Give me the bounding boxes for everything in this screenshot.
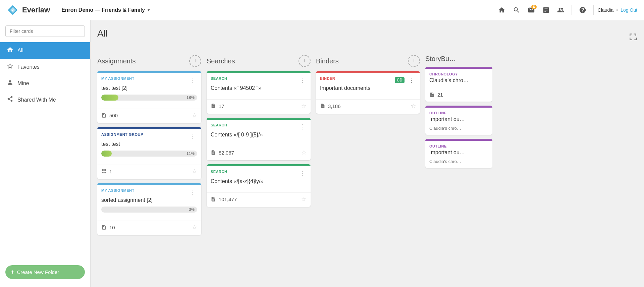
doc-count: 3,186 — [320, 103, 341, 109]
share-icon — [7, 96, 13, 104]
notifications-icon-btn[interactable]: 6 — [525, 3, 538, 17]
card-header: MY ASSIGNMENT ⋮ — [97, 185, 201, 196]
column-title-searches: Searches — [207, 57, 235, 65]
filter-cards-input[interactable] — [5, 25, 85, 37]
favorite-star[interactable]: ☆ — [192, 168, 197, 175]
add-assignment-button[interactable]: + — [189, 55, 201, 67]
favorite-star[interactable]: ☆ — [301, 102, 307, 110]
notification-badge: 6 — [531, 5, 537, 9]
card-footer: 500 ☆ — [97, 109, 201, 123]
page-title: All — [97, 28, 108, 39]
card-outline-1: OUTLINE Important ou… Claudia's chro… — [425, 106, 492, 135]
column-title-binders: Binders — [316, 57, 339, 65]
card-my-assignment-2: MY ASSIGNMENT ⋮ sorted assignment [2] 0% — [97, 183, 201, 235]
card-footer: 17 ☆ — [207, 99, 311, 114]
card-body: 11% — [97, 151, 201, 165]
card-title: Claudia's chro… — [425, 76, 492, 89]
card-header: SEARCH ⋮ — [207, 166, 311, 177]
doc-count-value: 3,186 — [328, 103, 341, 109]
card-subtitle: Claudia's chro… — [425, 126, 492, 135]
card-menu-button[interactable]: ⋮ — [298, 76, 307, 84]
card-title: Contents «/[a-z]{4}ly/» — [207, 177, 311, 192]
card-menu-button[interactable]: ⋮ — [407, 76, 416, 84]
user-area[interactable]: Claudia • Log Out — [598, 7, 637, 13]
card-footer: 1 ☆ — [97, 165, 201, 179]
card-footer: 10 ☆ — [97, 221, 201, 235]
project-selector[interactable]: Enron Demo — Friends & Family ▾ — [58, 5, 153, 15]
logo-area[interactable]: ✓ Everlaw — [7, 4, 50, 16]
expand-view-icon[interactable] — [629, 33, 637, 43]
favorite-star[interactable]: ☆ — [301, 149, 307, 156]
add-search-button[interactable]: + — [299, 55, 311, 67]
chevron-down-icon: ▾ — [148, 8, 150, 12]
home-icon-btn[interactable] — [495, 3, 508, 17]
card-footer: 3,186 ☆ — [316, 99, 420, 114]
card-title: Important ou… — [425, 148, 492, 159]
card-menu-button[interactable]: ⋮ — [189, 188, 197, 196]
document-icon — [101, 225, 107, 230]
admin-icon-btn[interactable] — [554, 3, 568, 17]
card-menu-button[interactable]: ⋮ — [189, 132, 197, 140]
svg-text:✓: ✓ — [11, 8, 14, 12]
add-binder-button[interactable]: + — [408, 55, 420, 67]
card-body: 0% — [97, 207, 201, 221]
card-type-label: BINDER — [320, 76, 335, 80]
card-type-label: SEARCH — [211, 170, 227, 174]
doc-count: 21 — [429, 92, 443, 98]
card-footer: 21 — [425, 89, 492, 102]
card-title: Important ou… — [425, 115, 492, 126]
card-title: Important documents — [316, 84, 420, 99]
home-icon — [7, 46, 13, 55]
favorite-star[interactable]: ☆ — [301, 195, 307, 203]
person-icon — [7, 79, 13, 88]
doc-count: 1 — [101, 169, 112, 174]
logout-link[interactable]: Log Out — [621, 7, 637, 13]
card-footer: 101,477 ☆ — [207, 192, 311, 207]
progress-bar: 0% — [101, 207, 197, 213]
card-type-label: MY ASSIGNMENT — [101, 188, 135, 192]
card-footer: 82,067 ☆ — [207, 146, 311, 160]
card-body: 18% — [97, 95, 201, 109]
doc-count: 17 — [211, 103, 224, 109]
column-title-storybuilder: StoryBu… — [425, 55, 456, 63]
card-menu-button[interactable]: ⋮ — [298, 123, 307, 130]
sidebar-item-shared[interactable]: Shared With Me — [0, 92, 90, 108]
content-area: All Assignments + MY ASSIGNMENT ⋮ — [91, 20, 644, 287]
card-type-label: OUTLINE — [429, 144, 447, 148]
card-header: OUTLINE — [425, 108, 492, 115]
doc-count-value: 1 — [109, 169, 112, 174]
plus-icon: + — [11, 269, 14, 276]
card-title: test test — [97, 140, 201, 151]
favorite-star[interactable]: ☆ — [192, 112, 197, 119]
card-menu-button[interactable]: ⋮ — [189, 76, 197, 84]
column-assignments: Assignments + MY ASSIGNMENT ⋮ test test … — [97, 55, 201, 239]
sidebar-shared-label: Shared With Me — [17, 97, 56, 103]
user-dot: • — [616, 7, 618, 13]
create-folder-button[interactable]: + Create New Folder — [5, 265, 85, 279]
sidebar-item-mine[interactable]: Mine — [0, 75, 90, 92]
document-icon — [211, 103, 216, 109]
card-binder-1: BINDER CD ⋮ Important documents 3,186 ☆ — [316, 71, 420, 114]
favorite-star[interactable]: ☆ — [192, 224, 197, 231]
search-icon-btn[interactable] — [510, 3, 523, 17]
card-menu-button[interactable]: ⋮ — [298, 170, 307, 177]
help-icon-btn[interactable] — [576, 3, 589, 17]
card-title: Contents «" 94502 "» — [207, 84, 311, 99]
progress-bar: 11% — [101, 151, 197, 157]
favorite-star[interactable]: ☆ — [411, 102, 416, 110]
sidebar-item-favorites[interactable]: Favorites — [0, 59, 90, 75]
card-header: OUTLINE — [425, 141, 492, 148]
filter-input-wrap — [0, 25, 90, 42]
doc-count: 101,477 — [211, 196, 237, 202]
column-header-storybuilder: StoryBu… — [425, 55, 492, 63]
header-divider-2 — [593, 5, 594, 15]
card-search-2: SEARCH ⋮ Contents «/[ 0-9 ]{5}/» 82,067 … — [207, 118, 311, 160]
doc-count-value: 10 — [109, 225, 115, 230]
progress-label: 11% — [186, 151, 195, 157]
sidebar-item-all[interactable]: All — [0, 42, 90, 59]
analytics-icon-btn[interactable] — [539, 3, 553, 17]
card-header: CHRONOLOGY — [425, 69, 492, 76]
progress-label: 0% — [189, 207, 195, 213]
card-type-label: MY ASSIGNMENT — [101, 76, 135, 80]
column-searches: Searches + SEARCH ⋮ Contents «" 94502 "»… — [207, 55, 311, 211]
